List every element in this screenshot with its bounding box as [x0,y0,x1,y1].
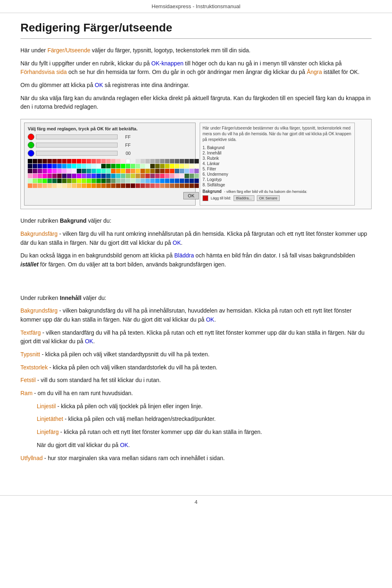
panel-item-6: 6. Undermeny [203,172,352,177]
typsnitt-link[interactable]: Typsnitt [20,351,40,358]
intro-p3: Om du glömmer att klicka på OK så regist… [20,81,372,90]
ok-link-innehall-bakgrund[interactable]: OK [206,316,214,323]
linjefarg-link[interactable]: Linjefärg [37,429,59,435]
panel-menu-list: 1. Bakgrund 2. Innehåll 3. Rubrik 4. Län… [203,145,352,188]
ram-indented: Linjestil - klicka på pilen och välj tjo… [20,402,372,450]
innehall-bakgrundsfarg-link[interactable]: Bakgrundsfärg [20,307,58,314]
color-picker-panel: Välj färg med reglagen, tryck på OK för … [24,123,196,206]
section-innehall-heading: Under rubriken Innehåll väljer du: [20,294,372,303]
right-panel: Här under Färger/utseende bestämmer du v… [200,123,355,206]
ok-later-button[interactable]: OK Senare [257,195,280,201]
panel-item-7: 7. Logotyp [203,177,352,182]
red-dot [28,134,34,140]
nar-du-gjort-p: När du gjort ditt val klickar du på OK. [37,441,372,450]
header-title: Hemsidaexpress - Instruktionsmanual [151,3,240,9]
panel-item-8: 8. Sidfältsge [203,182,352,188]
fetstil-link[interactable]: Fetstil [20,377,36,383]
panel-item-2: 2. Innehåll [203,150,352,156]
bakgrund-color-row: Lägg till bild: Bladdra... OK Senare [203,195,352,201]
intro-p4: När du ska välja färg kan du använda reg… [20,94,372,112]
ok-knappen-link[interactable]: OK-knappen [151,60,184,67]
farger-utseende-link[interactable]: Färger/Utseende [47,47,90,54]
intro-p2: När du fyllt i uppgifter under en rubrik… [20,59,372,77]
page-footer: 4 [0,495,392,505]
bakgrundsfarg-p: Bakgrundsfärg - vilken färg du vill ha r… [20,230,372,247]
forhandsvisa-link[interactable]: Förhandsvisa sida [20,69,67,75]
illustration-row: Välj färg med reglagen, tryck på OK för … [20,119,372,209]
bakgrund-label: Bakgrund [203,189,222,194]
linjetathet-link[interactable]: Linjetäthet [37,416,63,422]
lagg-till-label: Lägg till bild: [211,196,231,200]
ram-p: Ram - om du vill ha en ram runt huvudsid… [20,389,372,398]
ok-link-bakgrund[interactable]: OK [173,239,181,246]
right-panel-description: Här under Färger/utseende bestämmer du v… [203,125,352,143]
bild-p: Du kan också lägga in en bakgrundsbild g… [20,251,372,269]
page-number: 4 [194,499,197,505]
ok-link-linje[interactable]: OK [120,442,128,448]
linjefarg-p: Linjefärg - klicka på rutan och ett nytt… [37,428,372,437]
color-picker-title: Välj färg med reglagen, tryck på OK för … [28,126,192,131]
innehall-bold: Innehåll [60,295,82,301]
bakgrund-color-swatch[interactable] [203,195,208,201]
green-slider[interactable] [36,143,118,148]
bakgrund-bold: Bakgrund [60,217,87,224]
bakgrund-desc: - vilken färg eller bild vill du ha bako… [224,190,307,194]
page-title: Redigering Färger/utseende [20,21,372,39]
blue-value: 00 [119,151,131,156]
ram-link[interactable]: Ram [20,390,33,396]
red-slider-row: FF [28,134,199,140]
panel-item-3: 3. Rubrik [203,156,352,161]
linjetathet-p: Linjetäthet - klicka på pilen och välj m… [37,415,372,424]
linjestil-link[interactable]: Linjestil [37,403,56,409]
utfyllnad-link[interactable]: Utfyllnad [20,455,42,461]
blue-slider[interactable] [36,151,118,156]
innehall-bakgrundsfarg-p: Bakgrundsfärg - vilken bakgrundsfärg du … [20,306,372,324]
red-slider[interactable] [36,134,118,139]
textfarg-p: Textfärg - vilken standardfärg du vill h… [20,329,372,346]
utfyllnad-p: Utfyllnad - hur stor marginalen ska vara… [20,454,372,463]
angra-link[interactable]: Ångra [307,69,322,75]
panel-item-1: 1. Bakgrund [203,145,352,150]
red-value: FF [119,134,131,139]
bakgrundsfarg-link[interactable]: Bakgrundsfärg [20,230,58,237]
ok-link-textfarg[interactable]: OK [85,338,93,344]
green-slider-row: FF [28,142,199,148]
color-palette-grid [28,159,199,188]
bakgrund-row: Bakgrund - vilken färg eller bild vill d… [203,189,352,194]
page-header: Hemsidaexpress - Instruktionsmanual [0,0,392,13]
green-dot [28,142,34,148]
textstorlek-link[interactable]: Textstorlek [20,364,48,371]
blue-slider-row: 00 [28,150,199,157]
panel-item-4: 4. Länkar [203,161,352,166]
color-ok-button[interactable]: OK [183,192,199,199]
textstorlek-p: Textstorlek - klicka på pilen och välj v… [20,363,372,372]
typsnitt-p: Typsnitt - klicka på pilen och välj vilk… [20,350,372,359]
bladdra-link[interactable]: Bläddra [174,252,194,259]
section-bakgrund-heading: Under rubriken Bakgrund väljer du: [20,217,372,226]
linjestil-p: Linjestil - klicka på pilen och välj tjo… [37,402,372,411]
intro-p1: Här under Färger/Utseende väljer du färg… [20,46,372,55]
fetstil-p: Fetstil - vill du som standard ha fet st… [20,376,372,385]
ok-link-p3[interactable]: OK [95,82,103,88]
color-sliders: FF FF 00 [28,134,199,157]
bladdra-button[interactable]: Bladdra... [234,195,254,201]
green-value: FF [119,143,131,148]
blue-dot [28,150,34,157]
textfarg-link[interactable]: Textfärg [20,329,41,336]
panel-item-5: 5. Filter [203,166,352,172]
page-content: Redigering Färger/utseende Här under Fär… [0,13,392,483]
